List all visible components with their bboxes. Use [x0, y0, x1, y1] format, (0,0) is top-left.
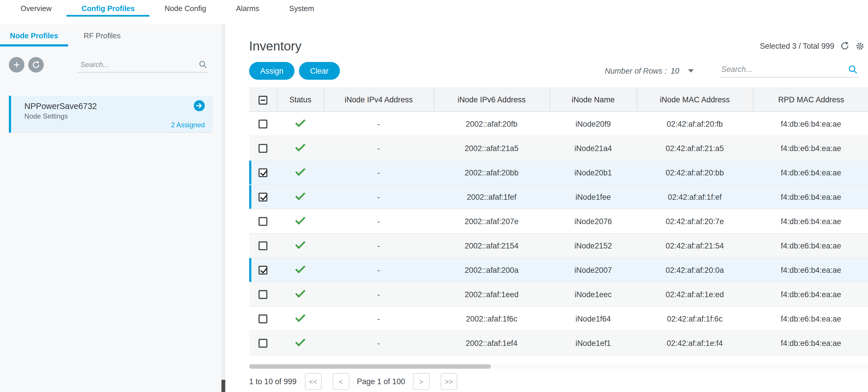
clear-button[interactable]: Clear — [299, 62, 340, 80]
table-row[interactable]: - 2002::afaf:200a iNode2007 02:42:af:af:… — [249, 258, 868, 282]
inventory-header: Inventory Selected 3 / Total 999 — [249, 38, 868, 54]
row-ipv6: 2002::afaf:21a5 — [433, 136, 550, 160]
search-icon — [198, 60, 207, 69]
table-row[interactable]: - 2002::afaf:1fef iNode1fee 02:42:af:af:… — [249, 185, 868, 209]
row-status-cell — [277, 331, 324, 355]
open-profile-arrow-icon[interactable] — [194, 100, 205, 111]
row-select-cell — [249, 209, 277, 233]
table-row[interactable]: - 2002::afaf:20bb iNode20b1 02:42:af:af:… — [249, 160, 868, 185]
nav-item-system[interactable]: System — [274, 0, 329, 17]
table-row[interactable]: - 2002::afaf:2154 iNode2152 02:42:af:af:… — [249, 233, 868, 258]
column-header-status[interactable]: Status — [277, 88, 324, 112]
nav-item-alarms[interactable]: Alarms — [221, 0, 274, 17]
row-rpd-mac: f4:db:e6:b4:ea:ae — [753, 136, 868, 160]
table-horizontal-scrollbar — [249, 364, 868, 368]
top-nav: Overview Config Profiles Node Config Ala… — [0, 0, 868, 17]
row-name: iNode1eec — [550, 282, 637, 306]
search-icon[interactable] — [847, 64, 857, 74]
refresh-icon[interactable] — [840, 41, 850, 51]
sidebar-scrollbar-thumb[interactable] — [221, 380, 225, 392]
row-mac: 02:42:af:af:1e:ed — [637, 282, 753, 306]
row-checkbox[interactable] — [258, 169, 268, 177]
row-checkbox[interactable] — [258, 242, 268, 250]
table-row[interactable]: - 2002::afaf:207e iNode2076 02:42:af:af:… — [249, 209, 868, 233]
status-ok-icon — [295, 214, 305, 224]
row-mac: 02:42:af:af:20:7e — [637, 209, 753, 233]
row-checkbox[interactable] — [258, 314, 268, 324]
sidebar-tabs: Node Profiles RF Profiles — [0, 24, 221, 47]
next-page-button[interactable]: > — [413, 373, 429, 390]
add-profile-button[interactable] — [9, 57, 24, 72]
row-checkbox[interactable] — [258, 290, 268, 299]
column-header-rpd-mac[interactable]: RPD MAC Address — [753, 88, 868, 112]
nav-item-config-profiles[interactable]: Config Profiles — [67, 0, 150, 17]
tab-node-profiles[interactable]: Node Profiles — [0, 24, 68, 47]
table-row[interactable]: - 2002::afaf:1f6c iNode1f64 02:42:af:af:… — [249, 306, 868, 331]
status-ok-icon — [295, 263, 305, 273]
row-checkbox[interactable] — [258, 144, 268, 153]
table-row[interactable]: - 2002::afaf:1ef4 iNode1ef1 02:42:af:af:… — [249, 331, 868, 355]
row-rpd-mac: f4:db:e6:b4:ea:ae — [753, 185, 868, 209]
refresh-profiles-button[interactable] — [28, 57, 43, 72]
row-ipv4: - — [324, 233, 433, 258]
rows-per-page-select[interactable]: Number of Rows : 10 — [605, 66, 694, 76]
nav-item-overview[interactable]: Overview — [5, 0, 67, 17]
tab-rf-profiles[interactable]: RF Profiles — [68, 24, 136, 47]
table-row[interactable]: - 2002::afaf:20fb iNode20f9 02:42:af:af:… — [249, 112, 868, 136]
status-ok-icon — [295, 287, 305, 298]
row-ipv6: 2002::afaf:1ef4 — [433, 331, 550, 355]
inventory-panel: Inventory Selected 3 / Total 999 — [225, 24, 868, 392]
rows-per-page-value: 10 — [671, 66, 679, 76]
status-ok-icon — [295, 336, 305, 346]
row-checkbox[interactable] — [258, 217, 268, 226]
select-all-checkbox[interactable] — [258, 96, 267, 105]
row-ipv4: - — [324, 112, 433, 136]
row-name: iNode2076 — [550, 209, 637, 233]
sidebar-scrollbar — [221, 24, 225, 392]
settings-gear-icon[interactable] — [855, 41, 865, 51]
status-ok-icon — [295, 165, 305, 176]
row-ipv4: - — [324, 209, 433, 233]
column-header-mac[interactable]: iNode MAC Address — [637, 88, 753, 112]
row-checkbox[interactable] — [258, 193, 268, 202]
row-ipv6: 2002::afaf:20bb — [433, 160, 550, 185]
app-window: Overview Config Profiles Node Config Ala… — [0, 0, 868, 392]
profile-assigned-badge: 2 Assigned — [24, 121, 205, 129]
row-checkbox[interactable] — [258, 120, 268, 129]
row-select-cell — [249, 233, 277, 258]
row-name: iNode20b1 — [550, 160, 637, 185]
column-header-ipv6[interactable]: iNode IPv6 Address — [433, 88, 550, 112]
last-page-button[interactable]: >> — [441, 373, 457, 390]
prev-page-button[interactable]: < — [333, 373, 349, 390]
content-area: Node Profiles RF Profiles — [0, 17, 868, 392]
assign-button[interactable]: Assign — [249, 62, 294, 80]
row-checkbox[interactable] — [258, 339, 268, 348]
column-header-name[interactable]: iNode Name — [550, 88, 637, 112]
row-ipv4: - — [324, 331, 433, 355]
row-select-cell — [249, 258, 277, 282]
row-name: iNode21a4 — [550, 136, 637, 160]
column-header-ipv4[interactable]: iNode IPv4 Address — [324, 88, 433, 112]
sidebar-search-input[interactable] — [80, 60, 198, 68]
row-status-cell — [277, 209, 324, 233]
row-status-cell — [277, 258, 324, 282]
row-rpd-mac: f4:db:e6:b4:ea:ae — [753, 282, 868, 306]
nav-item-node-config[interactable]: Node Config — [150, 0, 221, 17]
row-name: iNode20f9 — [550, 112, 637, 136]
table-row[interactable]: - 2002::afaf:21a5 iNode21a4 02:42:af:af:… — [249, 136, 868, 160]
row-status-cell — [277, 185, 324, 209]
row-rpd-mac: f4:db:e6:b4:ea:ae — [753, 331, 868, 355]
profile-card[interactable]: NPPowerSave6732 Node Settings 2 Assigned — [9, 96, 213, 133]
first-page-button[interactable]: << — [305, 373, 321, 390]
inventory-search-input[interactable] — [721, 65, 847, 73]
row-mac: 02:42:af:af:21:a5 — [637, 136, 753, 160]
row-status-cell — [277, 282, 324, 306]
row-checkbox[interactable] — [258, 266, 268, 275]
table-header-row: Status iNode IPv4 Address iNode IPv6 Add… — [249, 88, 868, 112]
row-ipv4: - — [324, 136, 433, 160]
table-row[interactable]: - 2002::afaf:1eed iNode1eec 02:42:af:af:… — [249, 282, 868, 306]
status-ok-icon — [295, 190, 305, 200]
profile-name: NPPowerSave6732 — [24, 100, 97, 111]
rows-per-page-label: Number of Rows : — [605, 66, 667, 76]
table-horizontal-scrollbar-thumb[interactable] — [249, 364, 491, 368]
